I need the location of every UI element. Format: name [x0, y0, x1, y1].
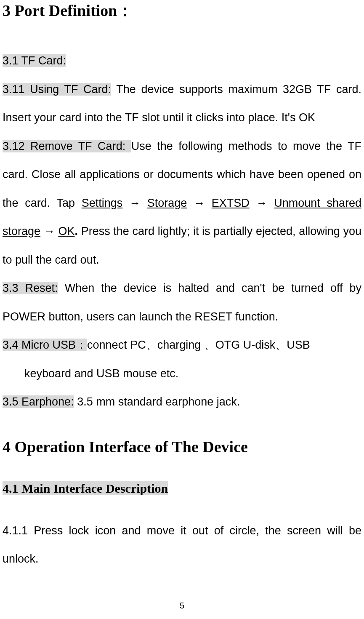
arrow-4: → [40, 225, 58, 237]
section-4-1-1: 4.1.1 Press lock icon and move it out of… [3, 517, 361, 574]
page-number: 5 [0, 601, 364, 611]
section-4-1: 4.1 Main Interface Description [3, 481, 361, 496]
label-3-3: 3.3 Reset: [3, 282, 58, 294]
label-3-4: 3.4 Micro USB： [3, 339, 87, 351]
arrow-2: → [187, 197, 211, 209]
nav-storage: Storage [147, 197, 187, 209]
section-3-4-line2: keyboard and USB mouse etc. [3, 360, 361, 388]
text-3-4a: connect PC、charging 、OTG U-disk、USB [87, 339, 310, 351]
section-3-3: 3.3 Reset: When the device is halted and… [3, 274, 361, 331]
section-4-title: 4 Operation Interface of The Device [3, 438, 361, 456]
section-3-5: 3.5 Earphone: 3.5 mm standard earphone j… [3, 388, 361, 416]
section-3-11: 3.11 Using TF Card: The device supports … [3, 75, 361, 132]
nav-ok: OK [58, 225, 74, 237]
section-3-12: 3.12 Remove TF Card: Use the following m… [3, 132, 361, 275]
label-3-12: 3.12 Remove TF Card: [3, 140, 131, 152]
label-3-1: 3.1 TF Card: [3, 54, 66, 67]
text-3-4b: keyboard and USB mouse etc. [24, 367, 178, 380]
nav-settings: Settings [82, 197, 123, 209]
period-bold: . [74, 225, 78, 237]
text-4-1-1: 4.1.1 Press lock icon and move it out of… [3, 524, 361, 566]
section-3-1: 3.1 TF Card: [3, 47, 361, 75]
section-3-4-line1: 3.4 Micro USB：connect PC、charging 、OTG U… [3, 331, 361, 360]
arrow-1: → [122, 197, 147, 209]
arrow-3: → [250, 197, 274, 209]
label-4-1: 4.1 Main Interface Description [3, 481, 168, 495]
nav-extsd: EXTSD [212, 197, 250, 209]
section-3-title: 3 Port Definition： [3, 0, 361, 21]
label-3-5: 3.5 Earphone: [3, 395, 74, 408]
label-3-11: 3.11 Using TF Card: [3, 83, 111, 96]
text-3-5: 3.5 mm standard earphone jack. [74, 395, 240, 408]
